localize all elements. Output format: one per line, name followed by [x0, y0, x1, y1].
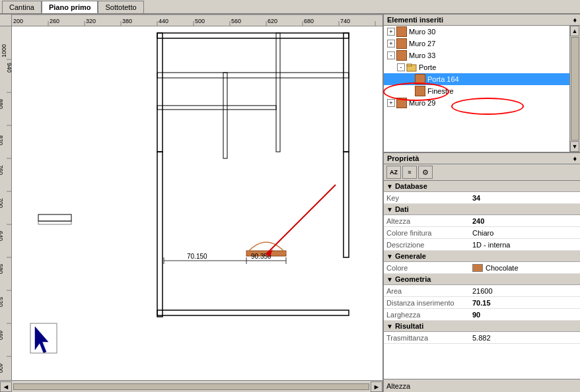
door-icon-finestre	[415, 86, 425, 96]
svg-text:500: 500	[195, 18, 205, 24]
props-toolbar: AZ ≡ ⚙	[384, 164, 580, 181]
prop-distanza: Distanza inserimento 70.15	[384, 297, 580, 309]
svg-text:740: 740	[340, 18, 350, 24]
svg-text:320: 320	[86, 18, 96, 24]
svg-text:680: 680	[304, 18, 314, 24]
brick-icon-muro30	[396, 26, 407, 37]
svg-line-63	[266, 185, 336, 254]
prop-trasmittanza: Trasmittanza 5.882	[384, 332, 580, 344]
drawing-panel: 200 260 320 380 440 500 560 620	[0, 15, 384, 392]
tree-label-porte: Porte	[419, 63, 436, 71]
elements-tree[interactable]: + Muro 30 + Muro 27 - Muro 33	[384, 26, 569, 152]
svg-text:820: 820	[0, 135, 4, 145]
svg-rect-48	[157, 152, 163, 317]
tree-label-muro30: Muro 30	[409, 28, 435, 36]
svg-text:560: 560	[231, 18, 241, 24]
prop-descrizione-label: Descrizione	[384, 240, 470, 250]
sort-cat-button[interactable]: ≡	[402, 166, 417, 179]
section-generale: ▼ Generale	[384, 251, 580, 262]
status-label: Altezza	[386, 382, 410, 390]
tab-piano-primo[interactable]: Piano primo	[42, 1, 98, 13]
prop-area-value: 21600	[470, 286, 580, 296]
tree-item-porta164[interactable]: Porta 164	[384, 73, 569, 85]
tab-bar: Cantina Piano primo Sottotetto	[0, 0, 580, 15]
tab-cantina[interactable]: Cantina	[2, 1, 42, 13]
prop-key-value: 34	[470, 193, 580, 203]
elements-panel: Elementi inseriti ♦ + Muro 30 + Muro 2	[384, 15, 580, 153]
svg-text:620: 620	[268, 18, 277, 24]
svg-text:640: 640	[0, 231, 4, 241]
prop-key: Key 34	[384, 192, 580, 204]
prop-trasmittanza-value: 5.882	[470, 333, 580, 343]
section-geometria-label: Geometria	[395, 275, 431, 283]
svg-rect-54	[38, 214, 71, 221]
tree-scrollbar[interactable]: ▲ ▼	[569, 26, 580, 152]
drawing-canvas[interactable]: 70.150 90.350	[12, 26, 382, 380]
expand-icon-muro33[interactable]: -	[387, 51, 395, 59]
svg-text:440: 440	[159, 18, 168, 24]
prop-descrizione: Descrizione 1D - interna	[384, 239, 580, 251]
tree-item-muro27[interactable]: + Muro 27	[384, 38, 569, 49]
tree-label-finestre: Finestre	[427, 87, 454, 95]
status-bar: Altezza	[384, 379, 580, 392]
elements-panel-title: Elementi inseriti	[387, 16, 443, 24]
prop-colore-finitura-label: Colore finitura	[384, 228, 470, 238]
section-database-label: Database	[395, 182, 427, 190]
color-swatch-chocolate	[472, 264, 483, 272]
prop-distanza-label: Distanza inserimento	[384, 298, 470, 308]
prop-larghezza: Larghezza 90	[384, 309, 580, 321]
tree-item-porte[interactable]: - Porte	[384, 61, 569, 73]
prop-larghezza-value: 90	[470, 310, 580, 320]
properties-panel-header: Proprietà ♦	[384, 153, 580, 164]
prop-altezza-value: 240	[470, 216, 580, 226]
svg-text:380: 380	[122, 18, 132, 24]
prop-larghezza-label: Larghezza	[384, 310, 470, 320]
section-dati-label: Dati	[395, 205, 409, 213]
svg-text:940: 940	[6, 63, 12, 73]
expand-icon[interactable]: +	[387, 28, 395, 36]
brick-icon-muro27	[396, 38, 407, 49]
svg-rect-47	[157, 106, 276, 110]
prop-distanza-value: 70.15	[470, 298, 580, 308]
section-risultati-label: Risultati	[395, 322, 423, 330]
tree-item-muro29[interactable]: + Muro 29	[384, 97, 569, 109]
sort-az-button[interactable]: AZ	[386, 166, 401, 179]
prop-key-label: Key	[384, 193, 470, 203]
tree-item-muro30[interactable]: + Muro 30	[384, 26, 569, 38]
properties-panel: Proprietà ♦ AZ ≡ ⚙ ▼ Database Key 34	[384, 153, 580, 379]
svg-text:70.150: 70.150	[187, 253, 207, 260]
settings-button[interactable]: ⚙	[418, 166, 433, 179]
section-dati: ▼ Dati	[384, 204, 580, 215]
prop-descrizione-value: 1D - interna	[470, 240, 580, 250]
horizontal-scrollbar[interactable]: ◄ ►	[0, 380, 382, 392]
expand-icon-muro29[interactable]: +	[387, 99, 395, 107]
svg-text:400: 400	[0, 363, 4, 373]
right-panel: Elementi inseriti ♦ + Muro 30 + Muro 2	[384, 15, 580, 392]
svg-text:460: 460	[0, 330, 4, 340]
prop-colore-finitura-value: Chiaro	[470, 228, 580, 238]
prop-colore-finitura: Colore finitura Chiaro	[384, 227, 580, 239]
svg-text:880: 880	[0, 99, 4, 109]
expand-icon-porte[interactable]: -	[397, 63, 405, 71]
tree-label-muro33: Muro 33	[409, 51, 435, 59]
svg-rect-68	[407, 64, 412, 66]
tab-sottotetto[interactable]: Sottotetto	[98, 1, 143, 13]
tree-label-muro29: Muro 29	[409, 99, 435, 107]
section-geometria: ▼ Geometria	[384, 274, 580, 285]
folder-icon	[406, 62, 417, 73]
svg-text:760: 760	[0, 165, 4, 175]
prop-trasmittanza-label: Trasmittanza	[384, 333, 470, 343]
svg-marker-65	[35, 327, 48, 353]
svg-rect-43	[157, 33, 349, 38]
prop-altezza-label: Altezza	[384, 216, 470, 226]
svg-rect-49	[344, 152, 349, 257]
prop-colore-label: Colore	[384, 263, 470, 273]
elements-panel-header: Elementi inseriti ♦	[384, 15, 580, 26]
svg-text:1000: 1000	[1, 44, 7, 57]
expand-icon[interactable]: +	[387, 40, 395, 48]
tree-item-muro33[interactable]: - Muro 33	[384, 49, 569, 61]
prop-altezza: Altezza 240	[384, 215, 580, 227]
tree-item-finestre[interactable]: Finestre	[384, 85, 569, 97]
section-risultati: ▼ Risultati	[384, 321, 580, 332]
svg-text:200: 200	[13, 18, 23, 24]
